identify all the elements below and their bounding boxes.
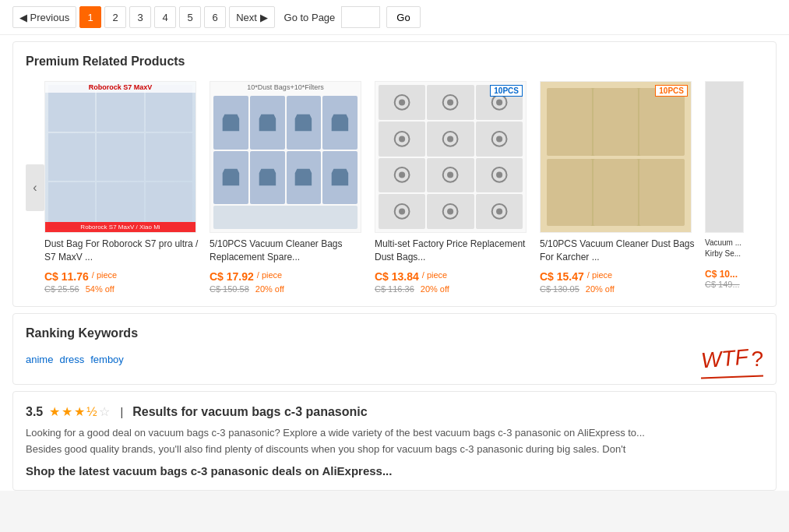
svg-point-11 bbox=[496, 136, 502, 142]
products-row: Roborock S7 MaxV Roborock S7 MaxV / bbox=[44, 81, 763, 294]
product-original-price-2: C$ 150.58 bbox=[210, 284, 249, 294]
product-unit-4: / piece bbox=[587, 270, 612, 280]
product-price-2: C$ 17.92 bbox=[210, 270, 254, 283]
page-1-button[interactable]: 1 bbox=[79, 6, 101, 28]
wtf-text: WTF bbox=[700, 344, 749, 373]
svg-point-9 bbox=[447, 136, 453, 142]
star-empty: ☆ bbox=[99, 405, 111, 418]
svg-point-3 bbox=[447, 99, 453, 105]
product-unit-3: / piece bbox=[422, 270, 447, 280]
product-price-row-1: C$ 11.76 / piece bbox=[44, 267, 200, 283]
product-unit-2: / piece bbox=[257, 270, 282, 280]
product-price-4: C$ 15.47 bbox=[540, 270, 584, 283]
product-title-4: 5/10PCS Vacuum Cleaner Dust Bags For Kar… bbox=[540, 238, 696, 266]
product-discount-3: 20% off bbox=[421, 284, 449, 294]
product-thumbnail-1: Roborock S7 MaxV Roborock S7 MaxV / bbox=[45, 82, 195, 232]
product-image-5 bbox=[705, 81, 744, 233]
product-image-3: 10PCS bbox=[375, 81, 527, 233]
product-card-3[interactable]: 10PCS bbox=[375, 81, 530, 294]
ranking-keywords-row: anime dress femboy WTF ? bbox=[26, 347, 763, 372]
product-price-5: C$ 10... bbox=[705, 269, 744, 280]
premium-section: Premium Related Products ‹ Roborock S7 M… bbox=[12, 41, 777, 307]
product-discount-2: 20% off bbox=[255, 284, 284, 294]
product-original-price-4: C$ 130.05 bbox=[540, 284, 579, 294]
product-title-5: Vacuum ... Kirby Se... bbox=[705, 238, 744, 266]
ranking-title: Ranking Keywords bbox=[26, 326, 763, 340]
wtf-decoration: WTF ? bbox=[701, 347, 763, 372]
product-card-1[interactable]: Roborock S7 MaxV Roborock S7 MaxV / bbox=[44, 81, 200, 294]
carousel-left-arrow[interactable]: ‹ bbox=[26, 164, 44, 211]
product-orig-row-4: C$ 130.05 20% off bbox=[540, 284, 696, 294]
product-image-2: 10*Dust Bags+10*Filters bbox=[210, 81, 361, 233]
keyword-anime[interactable]: anime bbox=[26, 354, 53, 365]
rating-score: 3.5 bbox=[26, 405, 43, 419]
product-title-3: Multi-set Factory Price Replacement Dust… bbox=[375, 238, 530, 266]
product-price-row-2: C$ 17.92 / piece bbox=[210, 267, 365, 283]
product-price-row-3: C$ 13.84 / piece bbox=[375, 267, 530, 283]
red-underline bbox=[701, 375, 763, 379]
page-3-button[interactable]: 3 bbox=[129, 6, 151, 28]
goto-input[interactable] bbox=[341, 6, 380, 28]
product-price-row-4: C$ 15.47 / piece bbox=[540, 267, 696, 283]
roborock-product-label: Roborock S7 MaxV / Xiao Mi bbox=[45, 222, 195, 232]
pagination-bar: ◀ Previous 1 2 3 4 5 6 Next ▶ Go to Page… bbox=[0, 0, 789, 35]
product-price-1: C$ 11.76 bbox=[44, 270, 89, 283]
wtf-question-mark: ? bbox=[751, 347, 763, 371]
page-6-button[interactable]: 6 bbox=[204, 6, 226, 28]
roborock-brand-label: Roborock S7 MaxV bbox=[45, 82, 195, 93]
product-thumbnail-3 bbox=[375, 82, 526, 232]
product-carousel: ‹ Roborock S7 MaxV bbox=[26, 81, 763, 294]
separator: | bbox=[121, 406, 124, 418]
prev-button[interactable]: ◀ Previous bbox=[12, 6, 76, 28]
product-card-4[interactable]: 10PCS bbox=[540, 81, 696, 294]
keyword-dress[interactable]: dress bbox=[59, 354, 84, 365]
svg-point-19 bbox=[399, 209, 405, 215]
page-2-button[interactable]: 2 bbox=[104, 6, 126, 28]
bag-header-label: 10*Dust Bags+10*Filters bbox=[210, 82, 361, 93]
product-unit-1: / piece bbox=[92, 270, 117, 280]
svg-point-13 bbox=[399, 172, 405, 178]
goto-label: Go to Page bbox=[284, 12, 336, 23]
next-button[interactable]: Next ▶ bbox=[229, 6, 274, 28]
results-shop-title: Shop the latest vacuum bags c-3 panasoni… bbox=[26, 464, 763, 477]
product-card-2[interactable]: 10*Dust Bags+10*Filters bbox=[210, 81, 365, 294]
product-discount-1: 54% off bbox=[86, 284, 114, 294]
product-original-price-1: C$ 25.56 bbox=[44, 284, 79, 294]
results-section: 3.5 ★★★½☆ | Results for vacuum bags c-3 … bbox=[12, 391, 777, 491]
product-badge-4: 10PCS bbox=[655, 85, 688, 97]
product-original-price-5: C$ 149... bbox=[705, 280, 744, 289]
ranking-section: Ranking Keywords anime dress femboy WTF … bbox=[12, 313, 777, 385]
svg-point-1 bbox=[399, 99, 405, 105]
results-description-2: Besides good quality brands, you'll also… bbox=[26, 442, 763, 458]
product-thumbnail-4 bbox=[541, 82, 691, 232]
page-5-button[interactable]: 5 bbox=[179, 6, 201, 28]
product-card-5-partial[interactable]: Vacuum ... Kirby Se... C$ 10... C$ 149..… bbox=[705, 81, 744, 294]
product-thumbnail-2 bbox=[210, 93, 361, 232]
svg-point-21 bbox=[447, 209, 453, 215]
product-title-2: 5/10PCS Vacuum Cleaner Bags Replacement … bbox=[210, 238, 365, 266]
results-description-1: Looking for a good deal on vacuum bags c… bbox=[26, 425, 763, 442]
results-title: Results for vacuum bags c-3 panasonic bbox=[132, 405, 367, 419]
rating-stars: ★★★½☆ bbox=[49, 404, 111, 419]
product-orig-row-1: C$ 25.56 54% off bbox=[44, 284, 200, 294]
svg-point-23 bbox=[496, 209, 502, 215]
page-4-button[interactable]: 4 bbox=[154, 6, 176, 28]
product-image-4: 10PCS bbox=[540, 81, 692, 233]
product-badge-3: 10PCS bbox=[490, 85, 523, 97]
product-original-price-3: C$ 116.36 bbox=[375, 284, 414, 294]
premium-section-title: Premium Related Products bbox=[26, 55, 763, 69]
svg-point-7 bbox=[399, 136, 405, 142]
results-header: 3.5 ★★★½☆ | Results for vacuum bags c-3 … bbox=[26, 404, 763, 419]
product-title-1: Dust Bag For Roborock S7 pro ultra / S7 … bbox=[44, 238, 200, 266]
product-orig-row-3: C$ 116.36 20% off bbox=[375, 284, 530, 294]
product-thumbnail-5 bbox=[706, 81, 743, 233]
product-price-3: C$ 13.84 bbox=[375, 270, 419, 283]
product-image-1: Roborock S7 MaxV Roborock S7 MaxV / bbox=[44, 81, 196, 233]
go-button[interactable]: Go bbox=[386, 6, 420, 28]
product-discount-4: 20% off bbox=[586, 284, 615, 294]
svg-point-17 bbox=[496, 172, 502, 178]
product-orig-row-2: C$ 150.58 20% off bbox=[210, 284, 365, 294]
svg-point-5 bbox=[496, 99, 502, 105]
keyword-femboy[interactable]: femboy bbox=[90, 354, 124, 365]
svg-point-15 bbox=[447, 172, 453, 178]
